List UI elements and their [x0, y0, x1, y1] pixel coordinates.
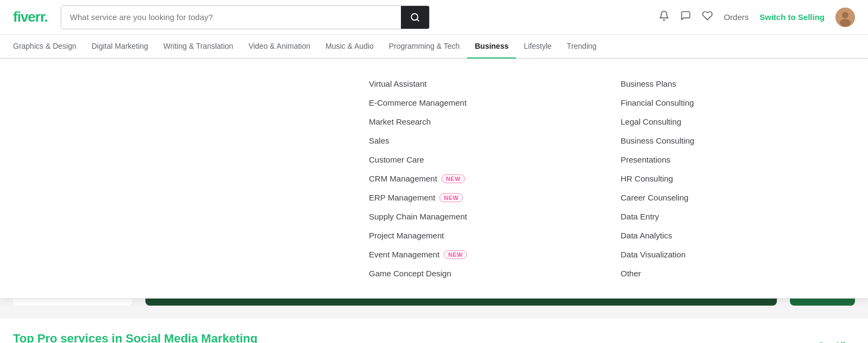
dropdown-item-financial-consulting[interactable]: Financial Consulting: [621, 93, 851, 112]
orders-link[interactable]: Orders: [724, 12, 749, 22]
nav-item-business[interactable]: Business: [467, 35, 516, 59]
dropdown-item-e-commerce-management[interactable]: E-Commerce Management: [369, 93, 599, 112]
search-icon: [410, 12, 420, 22]
avatar-image: [835, 8, 855, 27]
fiverr-logo[interactable]: fiverr.: [13, 9, 48, 25]
nav-item-video-animation[interactable]: Video & Animation: [241, 35, 318, 59]
dropdown-item-project-management[interactable]: Project Management: [369, 226, 599, 245]
heart-icon[interactable]: [702, 10, 713, 24]
dropdown-item-data-visualization[interactable]: Data Visualization: [621, 245, 851, 264]
avatar[interactable]: [835, 8, 855, 27]
nav-item-graphics-design[interactable]: Graphics & Design: [13, 35, 84, 59]
dropdown-item-erp-management[interactable]: ERP ManagementNEW: [369, 188, 599, 207]
business-dropdown: Virtual AssistantE-Commerce ManagementMa…: [0, 59, 868, 299]
dropdown-item-event-management[interactable]: Event ManagementNEW: [369, 245, 599, 264]
dropdown-item-data-entry[interactable]: Data Entry: [621, 207, 851, 226]
chevron-right-icon: [847, 341, 855, 344]
nav-item-programming-tech[interactable]: Programming & Tech: [381, 35, 467, 59]
header-actions: Orders Switch to Selling: [659, 8, 855, 27]
main-nav: Graphics & Design Digital Marketing Writ…: [0, 35, 868, 59]
dropdown-item-crm-management[interactable]: CRM ManagementNEW: [369, 169, 599, 188]
switch-selling-button[interactable]: Switch to Selling: [760, 12, 825, 22]
search-button[interactable]: [401, 6, 429, 29]
svg-point-3: [842, 12, 848, 18]
nav-item-trending[interactable]: Trending: [559, 35, 604, 59]
dropdown-col-1: Virtual AssistantE-Commerce ManagementMa…: [369, 74, 599, 283]
dropdown-item-career-counseling[interactable]: Career Counseling: [621, 188, 851, 207]
dropdown-item-other[interactable]: Other: [621, 264, 851, 283]
nav-item-digital-marketing[interactable]: Digital Marketing: [84, 35, 156, 59]
logo-text: fiverr: [13, 9, 44, 25]
dropdown-col-2: Business PlansFinancial ConsultingLegal …: [621, 74, 851, 283]
dropdown-item-virtual-assistant[interactable]: Virtual Assistant: [369, 74, 599, 93]
dropdown-item-sales[interactable]: Sales: [369, 131, 599, 150]
dropdown-item-data-analytics[interactable]: Data Analytics: [621, 226, 851, 245]
search-input[interactable]: [61, 6, 401, 29]
bottom-section: Top Pro services in Social Media Marketi…: [0, 319, 868, 343]
see-all-link[interactable]: See All: [819, 340, 855, 343]
nav-item-writing-translation[interactable]: Writing & Translation: [156, 35, 241, 59]
new-badge: NEW: [439, 193, 463, 202]
dropdown-item-business-plans[interactable]: Business Plans: [621, 74, 851, 93]
dropdown-item-supply-chain-management[interactable]: Supply Chain Management: [369, 207, 599, 226]
dropdown-item-game-concept-design[interactable]: Game Concept Design: [369, 264, 599, 283]
nav-item-music-audio[interactable]: Music & Audio: [318, 35, 381, 59]
section-highlight: Social Media Marketing: [125, 332, 257, 343]
nav-item-lifestyle[interactable]: Lifestyle: [516, 35, 559, 59]
new-badge: NEW: [442, 174, 465, 183]
message-icon[interactable]: [680, 10, 691, 24]
search-bar: [61, 5, 430, 29]
header: fiverr. Orders Switch to Selling: [0, 0, 868, 35]
dropdown-item-hr-consulting[interactable]: HR Consulting: [621, 169, 851, 188]
svg-line-1: [417, 19, 418, 21]
dropdown-item-market-research[interactable]: Market Research: [369, 112, 599, 131]
dropdown-item-presentations[interactable]: Presentations: [621, 150, 851, 169]
dropdown-item-business-consulting[interactable]: Business Consulting: [621, 131, 851, 150]
logo-dot: .: [44, 9, 48, 25]
dropdown-item-legal-consulting[interactable]: Legal Consulting: [621, 112, 851, 131]
dropdown-item-customer-care[interactable]: Customer Care: [369, 150, 599, 169]
svg-point-4: [840, 19, 851, 27]
section-title: Top Pro services in Social Media Marketi…: [13, 332, 855, 343]
bell-icon[interactable]: [659, 10, 669, 24]
new-badge: NEW: [444, 250, 467, 259]
